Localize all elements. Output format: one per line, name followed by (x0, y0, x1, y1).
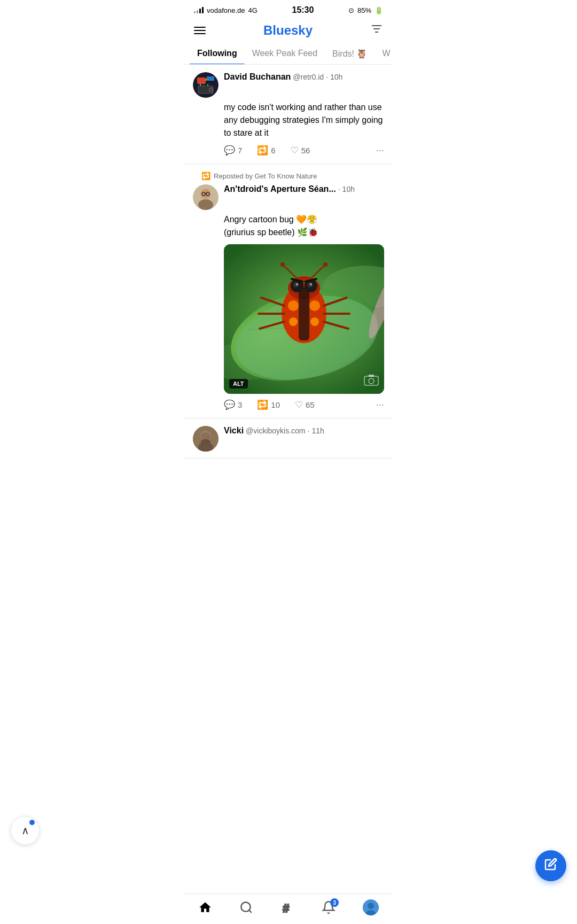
next-post-meta: Vicki @vickiboykis.com · 11h (224, 426, 384, 438)
next-author-handle: @vickiboykis.com (246, 426, 305, 435)
svg-rect-54 (369, 375, 374, 377)
svg-rect-4 (197, 77, 206, 84)
post-2-header: An'tdroid's Aperture Séan... · 10h (193, 184, 384, 210)
post-1-avatar[interactable] (193, 72, 219, 98)
post-2-content: Angry cartoon bug 🧡😤(griurius sp beetle)… (224, 213, 384, 239)
tab-following[interactable]: Following (190, 43, 245, 64)
svg-point-11 (209, 88, 213, 92)
location-icon: ⊙ (348, 6, 354, 14)
reply-icon-2: 💬 (224, 399, 235, 410)
post-1-author-name: David Buchanan (224, 72, 291, 82)
next-author-name: Vicki (224, 426, 244, 436)
svg-rect-5 (207, 76, 214, 81)
app-header: Bluesky (184, 18, 393, 43)
post-2-image-container[interactable]: ALT (224, 244, 384, 394)
post-1-dot: · (326, 73, 328, 81)
repost-icon: 🔁 (257, 145, 268, 156)
post-1: David Buchanan @retr0.id · 10h my code i… (184, 65, 393, 164)
post-1-header: David Buchanan @retr0.id · 10h (193, 72, 384, 98)
feed: David Buchanan @retr0.id · 10h my code i… (184, 65, 393, 459)
svg-point-49 (280, 262, 285, 267)
network-type-label: 4G (248, 6, 258, 14)
reply-icon: 💬 (224, 145, 235, 156)
svg-point-30 (288, 300, 299, 311)
post-1-repost-button[interactable]: 🔁 6 (257, 145, 275, 156)
post-2-dot: · (338, 185, 340, 193)
post-1-more-button[interactable]: ··· (376, 145, 384, 156)
svg-point-51 (323, 262, 328, 267)
post-1-repost-count: 6 (271, 146, 275, 155)
post-2-image: ALT (224, 244, 384, 394)
repost-small-icon: 🔁 (201, 172, 210, 180)
tab-week-peak[interactable]: Week Peak Feed (245, 43, 325, 64)
feed-tabs: Following Week Peak Feed Birds! 🦉 W (184, 43, 393, 65)
post-2-more-button[interactable]: ··· (376, 399, 384, 410)
post-2-like-button[interactable]: ♡ 65 (295, 399, 315, 410)
post-2: 🔁 Reposted by Get To Know Nature An't (184, 164, 393, 418)
post-1-reply-count: 7 (238, 146, 242, 155)
post-2-avatar[interactable] (193, 184, 219, 210)
post-2-actions: 💬 3 🔁 10 ♡ 65 ··· (224, 399, 384, 410)
svg-point-31 (309, 300, 320, 311)
camera-watermark (364, 374, 379, 389)
post-1-like-button[interactable]: ♡ 56 (291, 145, 310, 156)
post-2-meta: An'tdroid's Aperture Séan... · 10h (224, 184, 384, 196)
status-bar: vodafone.de 4G 15:30 ⊙ 85% 🔋 (184, 0, 393, 18)
svg-rect-3 (193, 72, 219, 98)
svg-point-32 (289, 317, 298, 326)
tab-w[interactable]: W (375, 43, 393, 64)
clock: 15:30 (292, 5, 314, 15)
status-left: vodafone.de 4G (194, 6, 258, 14)
next-post-dot: · (308, 426, 310, 435)
heart-icon-2: ♡ (295, 399, 303, 410)
filter-button[interactable] (370, 22, 383, 38)
post-2-time: 10h (342, 185, 355, 193)
post-2-text: Angry cartoon bug 🧡😤(griurius sp beetle)… (224, 215, 318, 237)
next-post-preview: Vicki @vickiboykis.com · 11h (184, 418, 393, 459)
battery-percent: 85% (357, 6, 371, 14)
next-post-avatar[interactable] (193, 426, 219, 452)
heart-icon: ♡ (291, 145, 299, 156)
svg-point-15 (201, 189, 210, 198)
post-2-repost-button[interactable]: 🔁 10 (257, 399, 280, 410)
svg-point-38 (296, 283, 298, 285)
post-2-reply-button[interactable]: 💬 3 (224, 399, 242, 410)
app-title: Bluesky (263, 23, 313, 38)
post-1-content: my code isn't working and rather than us… (224, 101, 384, 139)
signal-icon (194, 7, 204, 13)
post-1-time: 10h (330, 73, 342, 81)
post-2-author-name: An'tdroid's Aperture Séan... (224, 184, 336, 194)
svg-point-53 (369, 378, 374, 384)
repost-indicator: 🔁 Reposted by Get To Know Nature (201, 172, 384, 180)
svg-point-14 (198, 199, 213, 210)
svg-point-59 (201, 439, 210, 445)
status-right: ⊙ 85% 🔋 (348, 6, 383, 14)
hamburger-menu-button[interactable] (194, 27, 206, 34)
post-1-reply-button[interactable]: 💬 7 (224, 145, 242, 156)
repost-icon-2: 🔁 (257, 399, 268, 410)
post-2-like-count: 65 (306, 400, 315, 409)
post-1-author-handle: @retr0.id (293, 73, 324, 81)
alt-badge[interactable]: ALT (229, 379, 248, 389)
post-1-actions: 💬 7 🔁 6 ♡ 56 ··· (224, 145, 384, 156)
battery-icon: 🔋 (375, 6, 383, 14)
carrier-label: vodafone.de (207, 6, 245, 14)
tab-birds[interactable]: Birds! 🦉 (325, 43, 375, 64)
next-post-time: 11h (311, 426, 324, 435)
repost-by-label: Reposted by Get To Know Nature (214, 172, 317, 180)
svg-point-39 (310, 283, 312, 285)
post-1-like-count: 56 (301, 146, 310, 155)
svg-point-33 (310, 317, 319, 326)
post-1-meta: David Buchanan @retr0.id · 10h (224, 72, 384, 84)
svg-rect-29 (299, 287, 309, 340)
post-2-repost-count: 10 (271, 400, 280, 409)
post-2-reply-count: 3 (238, 400, 242, 409)
